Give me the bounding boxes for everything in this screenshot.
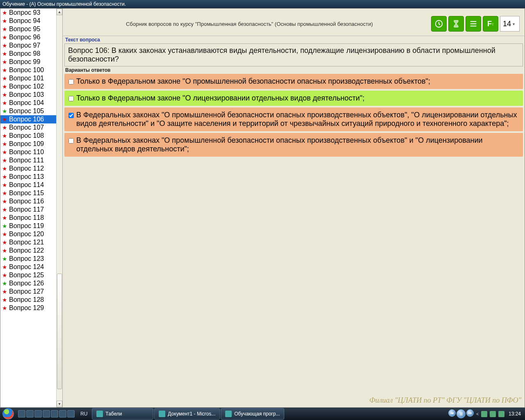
sidebar-question-item[interactable]: ★Вопрос 117 [0, 205, 62, 214]
volume-icon[interactable] [498, 411, 504, 417]
sidebar-question-label: Вопрос 129 [9, 304, 44, 312]
sidebar-question-item[interactable]: ★Вопрос 101 [0, 74, 62, 82]
sidebar-question-item[interactable]: ★Вопрос 127 [0, 288, 62, 296]
sidebar-question-item[interactable]: ★Вопрос 94 [0, 17, 62, 25]
sidebar-question-item[interactable]: ★Вопрос 97 [0, 41, 62, 50]
toolbar: F↕ 14 ▾ [431, 16, 520, 32]
start-button[interactable] [0, 408, 16, 420]
answer-text: В Федеральных законах "О промышленной бе… [76, 111, 519, 128]
tray-expand-icon[interactable]: < [476, 412, 479, 416]
sidebar-question-item[interactable]: ★Вопрос 113 [0, 173, 62, 181]
sidebar-question-item[interactable]: ★Вопрос 98 [0, 50, 62, 58]
answer-option[interactable]: Только в Федеральном законе "О лицензиро… [64, 91, 523, 106]
sidebar-question-item[interactable]: ★Вопрос 124 [0, 263, 62, 271]
sidebar-question-label: Вопрос 93 [9, 9, 40, 16]
tray-icon[interactable] [481, 411, 487, 417]
sidebar-question-label: Вопрос 97 [9, 42, 40, 49]
sidebar-question-item[interactable]: ★Вопрос 123 [0, 255, 62, 263]
answer-text: В Федеральных законах "О промышленной бе… [76, 136, 519, 153]
tray-icon[interactable] [490, 411, 496, 417]
sidebar-question-item[interactable]: ★Вопрос 118 [0, 214, 62, 222]
taskbar-app-button[interactable]: Документ1 - Micros... [154, 408, 220, 420]
sidebar-question-item[interactable]: ★Вопрос 93 [0, 9, 62, 17]
sidebar-question-item[interactable]: ★Вопрос 125 [0, 271, 62, 279]
sidebar-question-item[interactable]: ★Вопрос 106 [0, 115, 62, 123]
star-icon: ★ [2, 305, 7, 311]
sidebar-question-item[interactable]: ★Вопрос 105 [0, 107, 62, 115]
sidebar-question-item[interactable]: ★Вопрос 114 [0, 181, 62, 189]
media-pause-icon[interactable]: ⏸ [457, 409, 466, 418]
font-size-icon[interactable]: F↕ [483, 16, 498, 32]
list-icon[interactable] [466, 16, 481, 32]
sidebar-question-item[interactable]: ★Вопрос 99 [0, 58, 62, 66]
sidebar-question-label: Вопрос 120 [9, 231, 44, 238]
clock-icon[interactable] [431, 16, 447, 32]
answer-option[interactable]: Только в Федеральном законе "О промышлен… [64, 74, 523, 89]
sidebar-question-item[interactable]: ★Вопрос 102 [0, 82, 62, 91]
sidebar-question-label: Вопрос 116 [9, 198, 44, 205]
question-list[interactable]: ★Вопрос 93★Вопрос 94★Вопрос 95★Вопрос 96… [0, 9, 62, 407]
sidebar-question-item[interactable]: ★Вопрос 120 [0, 230, 62, 238]
chevron-down-icon: ▾ [513, 22, 517, 26]
answer-checkbox[interactable] [68, 113, 74, 118]
sidebar-question-item[interactable]: ★Вопрос 103 [0, 91, 62, 99]
taskbar[interactable]: RU ТабелиДокумент1 - Micros...Обучающая … [0, 408, 525, 420]
sidebar-question-item[interactable]: ★Вопрос 109 [0, 140, 62, 148]
sidebar-question-item[interactable]: ★Вопрос 95 [0, 25, 62, 33]
sidebar-question-label: Вопрос 117 [9, 206, 44, 213]
taskbar-app-button[interactable]: Обучающая прогр... [221, 408, 284, 420]
answer-checkbox[interactable] [68, 96, 74, 101]
star-icon: ★ [2, 272, 7, 278]
sidebar-question-item[interactable]: ★Вопрос 110 [0, 148, 62, 156]
answer-checkbox[interactable] [68, 138, 74, 144]
sidebar-question-item[interactable]: ★Вопрос 122 [0, 247, 62, 255]
scroll-down-button[interactable]: ▼ [57, 401, 62, 407]
sidebar-question-item[interactable]: ★Вопрос 107 [0, 123, 62, 132]
quicklaunch-icon[interactable] [18, 410, 25, 418]
sidebar-question-item[interactable]: ★Вопрос 111 [0, 156, 62, 164]
language-indicator[interactable]: RU [76, 411, 91, 417]
sidebar-question-label: Вопрос 127 [9, 288, 44, 295]
sidebar-question-item[interactable]: ★Вопрос 112 [0, 164, 62, 173]
sidebar-question-label: Вопрос 98 [9, 50, 40, 57]
answer-checkbox[interactable] [68, 79, 74, 84]
font-size-select[interactable]: 14 ▾ [500, 16, 520, 32]
quicklaunch [16, 410, 76, 418]
course-title: Сборник вопросов по курсу "Промышленная … [68, 21, 431, 27]
sidebar-question-item[interactable]: ★Вопрос 104 [0, 99, 62, 107]
media-prev-icon[interactable]: ⏮ [448, 409, 456, 417]
sidebar-question-item[interactable]: ★Вопрос 119 [0, 222, 62, 230]
quicklaunch-icon[interactable] [51, 410, 58, 418]
windows-logo-icon [2, 408, 14, 420]
window-titlebar: Обучение - (А) Основы промышленной безоп… [0, 0, 525, 8]
star-icon: ★ [2, 248, 7, 253]
sidebar-question-item[interactable]: ★Вопрос 121 [0, 238, 62, 247]
scroll-thumb[interactable] [57, 274, 62, 389]
sidebar-question-item[interactable]: ★Вопрос 116 [0, 197, 62, 205]
media-next-icon[interactable]: ⏭ [466, 409, 474, 417]
scroll-up-button[interactable]: ▲ [57, 9, 62, 15]
quicklaunch-icon[interactable] [26, 410, 34, 418]
taskbar-clock[interactable]: 13:24 [507, 411, 523, 417]
quicklaunch-icon[interactable] [43, 410, 50, 418]
sidebar-question-item[interactable]: ★Вопрос 126 [0, 279, 62, 288]
sidebar-question-label: Вопрос 99 [9, 58, 40, 66]
sidebar-question-item[interactable]: ★Вопрос 96 [0, 33, 62, 41]
quicklaunch-icon[interactable] [59, 410, 66, 418]
star-icon: ★ [2, 75, 7, 81]
sidebar-question-item[interactable]: ★Вопрос 129 [0, 304, 62, 312]
answer-option[interactable]: В Федеральных законах "О промышленной бе… [64, 133, 523, 157]
sidebar-question-item[interactable]: ★Вопрос 108 [0, 132, 62, 140]
quicklaunch-icon[interactable] [34, 410, 42, 418]
sidebar-question-item[interactable]: ★Вопрос 128 [0, 296, 62, 304]
sidebar-question-label: Вопрос 115 [9, 189, 44, 197]
sidebar-question-item[interactable]: ★Вопрос 100 [0, 66, 62, 74]
sidebar-scrollbar[interactable]: ▲ ▼ [56, 9, 62, 407]
sidebar-question-item[interactable]: ★Вопрос 115 [0, 189, 62, 197]
star-icon: ★ [2, 43, 7, 48]
quicklaunch-icon[interactable] [67, 410, 75, 418]
hourglass-icon[interactable] [448, 16, 464, 32]
answer-option[interactable]: В Федеральных законах "О промышленной бе… [64, 107, 523, 131]
star-icon: ★ [2, 59, 7, 65]
taskbar-app-button[interactable]: Табели [92, 408, 153, 420]
